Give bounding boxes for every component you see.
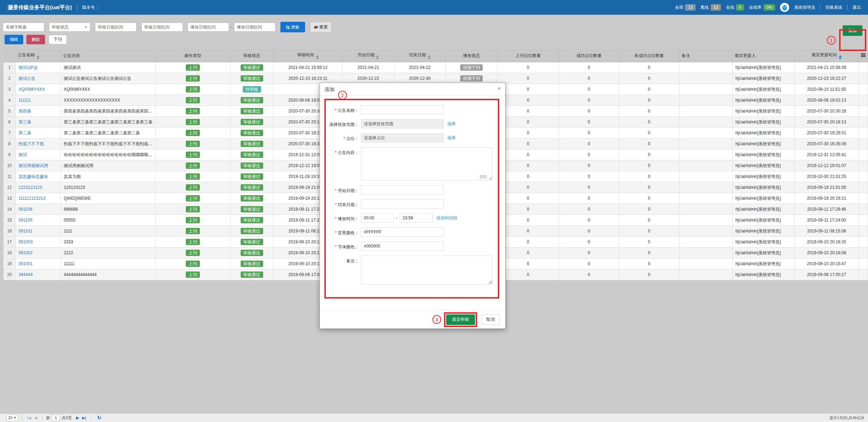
current-user[interactable]: 系统管理员: [794, 5, 815, 11]
operation-type-cell: 上刊: [156, 215, 230, 226]
announcement-content-cell: XXXXXXXXXXXXXXXXXXXX: [61, 95, 156, 106]
publish-count-cell: 0: [497, 193, 559, 204]
records-summary: 显示1到20,共96记录: [829, 415, 864, 421]
announcement-link[interactable]: 091003: [19, 239, 33, 244]
bg-color-label: 背景颜色：: [327, 228, 359, 236]
fail-count-cell: 0: [619, 62, 679, 73]
reset-button[interactable]: 重置: [310, 22, 332, 32]
logout-link[interactable]: 退出: [853, 5, 861, 11]
switch-system-link[interactable]: 切换系统: [825, 5, 842, 11]
row-end-cell: [859, 95, 868, 106]
announcement-link[interactable]: 第三条: [19, 120, 31, 124]
submit-review-button[interactable]: 提交审核: [446, 314, 475, 325]
spot-select-link[interactable]: 选择: [447, 135, 456, 141]
announcement-link[interactable]: 其恶趣味恶趣味: [19, 174, 48, 179]
spot-input[interactable]: [361, 133, 444, 142]
audit-date-from-input[interactable]: [95, 23, 137, 32]
publish-count-cell: 0: [497, 95, 559, 106]
column-header-12: 备注: [679, 50, 732, 62]
status-badge: 审核通过: [241, 141, 263, 147]
row-end-cell: [859, 117, 868, 128]
status-badge: 上刊: [186, 119, 200, 125]
column-chooser[interactable]: [859, 50, 868, 62]
end-date-input[interactable]: [361, 199, 444, 209]
row-number-cell: 5: [4, 106, 15, 117]
announcement-link[interactable]: 091105: [19, 218, 32, 223]
success-count-cell: 0: [559, 73, 619, 84]
announcement-link[interactable]: 到底下不下雨: [19, 141, 44, 146]
announcement-link[interactable]: 111112123213: [19, 196, 46, 201]
status-badge: 审核通过: [241, 195, 263, 202]
operation-type-cell: 上刊: [156, 73, 230, 84]
announcement-link[interactable]: 111111: [19, 98, 31, 103]
announcement-link[interactable]: 第四条: [19, 109, 31, 114]
fail-count-cell: 0: [619, 226, 679, 237]
announcement-link[interactable]: 测试用例测试用: [19, 163, 48, 168]
next-page-button[interactable]: ▶: [76, 415, 79, 420]
font-color-input[interactable]: [361, 242, 444, 251]
page-size-select[interactable]: 20 ▼: [6, 414, 18, 421]
stat-badge: 0: [736, 4, 744, 11]
scope-select-link[interactable]: 选择: [447, 121, 456, 127]
column-header-6[interactable]: 开始日期: [342, 50, 394, 62]
announcement-link[interactable]: 第二条: [19, 130, 31, 135]
audit-time-cell: 2021-04-21 15:59:12: [273, 62, 343, 73]
table-row[interactable]: 2测试公告测试公告测试公告测试公告测试公告上刊审核通过2020-12-23 18…: [4, 73, 868, 84]
column-header-5[interactable]: 审核时间: [273, 50, 343, 62]
announcement-link[interactable]: 测试: [19, 152, 27, 157]
cancel-button[interactable]: 取消: [481, 314, 500, 325]
first-page-button[interactable]: |◀: [27, 416, 31, 420]
row-end-cell: [859, 106, 868, 117]
search-button[interactable]: 搜索: [280, 22, 305, 32]
prev-page-button[interactable]: ◀: [34, 415, 37, 420]
updater-cell: hjUatAdmin[系统管理员]: [733, 73, 794, 84]
column-header-1[interactable]: 公告名称: [15, 50, 61, 62]
announcement-link[interactable]: 091101: [19, 229, 32, 234]
announcement-link[interactable]: 344444: [19, 272, 33, 277]
refresh-icon[interactable]: ↻: [97, 415, 102, 421]
announcement-link[interactable]: XQ0086Y4XX: [19, 87, 45, 92]
announcement-name-input[interactable]: [361, 105, 444, 114]
announcement-link[interactable]: 测试公告: [19, 76, 36, 81]
bg-color-input[interactable]: [361, 228, 444, 237]
publish-count-cell: 0: [497, 204, 559, 215]
resize-handle-icon[interactable]: [488, 280, 492, 284]
resize-handle-icon[interactable]: [488, 176, 492, 180]
announcement-link[interactable]: 091002: [19, 250, 33, 255]
column-header-7[interactable]: 结束日期: [394, 50, 446, 62]
play-time-from-input[interactable]: [361, 213, 394, 223]
announcement-link[interactable]: 091106: [19, 207, 32, 212]
play-time-to-input[interactable]: [400, 213, 433, 223]
updated-time-cell: 2019-09-10 20:15:47: [794, 258, 859, 269]
audit-date-to-input[interactable]: [141, 23, 183, 32]
start-date-input[interactable]: [361, 185, 444, 194]
remark-textarea[interactable]: [361, 256, 492, 284]
play-date-from-input[interactable]: [188, 23, 229, 32]
updated-time-cell: 2019-10-30 21:02:25: [794, 171, 859, 182]
audit-status-select[interactable]: 审核状态 ▼: [49, 23, 90, 32]
scope-input[interactable]: [361, 119, 444, 128]
last-page-button[interactable]: ▶|: [82, 416, 86, 420]
announcement-link[interactable]: 1223123123: [19, 185, 42, 190]
row-end-cell: [859, 160, 868, 171]
announcement-name-cell: 1223123123: [15, 182, 61, 193]
audit-status-cell: 审核通过: [230, 193, 273, 204]
add-time-range-link[interactable]: 添加时间段: [436, 215, 457, 221]
table-row[interactable]: 1测试1萨达测试测试上刊审核通过2021-04-21 15:59:122021-…: [4, 62, 868, 73]
announcement-link[interactable]: 091001: [19, 261, 33, 266]
offline-button[interactable]: 下刊: [49, 35, 67, 44]
column-header-14[interactable]: 最后更新时间: [794, 50, 859, 62]
publish-count-cell: 0: [497, 226, 559, 237]
announcement-link[interactable]: 测试1萨达: [19, 65, 38, 70]
content-textarea[interactable]: [361, 148, 492, 174]
delete-button[interactable]: 删除: [26, 35, 45, 44]
page-number-input[interactable]: [52, 415, 60, 421]
edit-button[interactable]: 编辑: [5, 35, 23, 44]
add-button[interactable]: 添加: [843, 25, 862, 36]
user-avatar[interactable]: [780, 3, 789, 12]
keyword-search-input[interactable]: [3, 23, 44, 32]
play-date-to-input[interactable]: [234, 23, 275, 32]
status-badge: 审核通过: [241, 261, 263, 267]
updater-cell: hjUatAdmin[系统管理员]: [733, 248, 794, 258]
close-icon[interactable]: ×: [498, 85, 501, 92]
